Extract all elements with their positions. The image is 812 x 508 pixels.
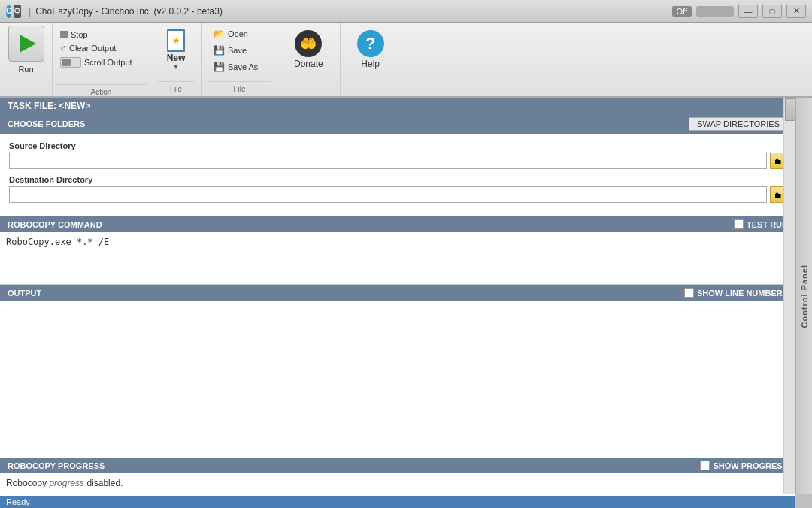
task-file-bar: TASK FILE: <NEW>: [0, 98, 795, 114]
open-button[interactable]: 📂 Open: [208, 26, 271, 42]
brightness-slider[interactable]: [696, 6, 734, 17]
output-section: OUTPUT SHOW LINE NUMBERS: [0, 285, 795, 458]
choose-folders-title: CHOOSE FOLDERS: [8, 119, 85, 129]
robocopy-progress-section: ROBOCOPY PROGRESS SHOW PROGRESS Robocopy…: [0, 458, 795, 496]
app-title: ChoEazyCopy - Cinchoo Inc. (v2.0.0.2 - b…: [35, 6, 671, 17]
save-floppy-icon: 💾: [213, 44, 225, 56]
scrollbar-thumb[interactable]: [785, 98, 795, 121]
app-icon-circle: C: [6, 5, 11, 18]
robocopy-progress-content: Robocopy progress disabled.: [0, 473, 795, 496]
dest-dir-row: 🖿: [9, 186, 786, 203]
ribbon-action-section: Stop ↺ Clear Output Scroll Output Action: [53, 23, 150, 96]
show-line-numbers-checkbox[interactable]: [684, 288, 694, 298]
scroll-output-button[interactable]: Scroll Output: [56, 56, 147, 69]
ribbon-file-section: 📂 Open 💾 Save 💾 Save As File: [202, 23, 277, 96]
control-panel-tab[interactable]: Control Panel: [795, 98, 812, 494]
source-dir-label: Source Directory: [9, 141, 786, 150]
donate-label: Donate: [294, 59, 323, 69]
save-as-floppy-icon: 💾: [213, 61, 225, 73]
ribbon-left: Run Stop ↺ Clear Output Scroll Output: [0, 23, 401, 96]
help-button[interactable]: ? Help: [350, 26, 392, 74]
new-dropdown-arrow: ▼: [173, 63, 180, 71]
open-folder-icon: 📂: [213, 28, 225, 40]
scroll-toggle[interactable]: [60, 57, 81, 68]
stop-icon: [60, 31, 68, 38]
window-controls: Off — □ ✕: [672, 5, 806, 18]
new-section-label: File: [158, 81, 194, 93]
source-browse-icon: 🖿: [774, 157, 782, 165]
ribbon: Run Stop ↺ Clear Output Scroll Output: [0, 23, 812, 98]
help-label: Help: [361, 59, 380, 69]
play-icon: [20, 35, 36, 53]
output-header: OUTPUT SHOW LINE NUMBERS: [0, 285, 795, 301]
choose-folders-content: Source Directory 🖿 Destination Directory…: [0, 134, 795, 216]
robocopy-command-section: ROBOCOPY COMMAND TEST RUN RoboCopy.exe *…: [0, 216, 795, 285]
off-badge: Off: [672, 6, 692, 17]
minimize-button[interactable]: —: [738, 5, 758, 18]
toggle-thumb: [62, 59, 71, 66]
action-section-label: Action: [56, 84, 147, 96]
title-bar: C ⚙ | ChoEazyCopy - Cinchoo Inc. (v2.0.0…: [0, 0, 812, 23]
swap-directories-button[interactable]: SWAP DIRECTORIES: [689, 117, 788, 131]
robocopy-progress-header: ROBOCOPY PROGRESS SHOW PROGRESS: [0, 458, 795, 473]
test-run-checkbox[interactable]: [734, 219, 744, 229]
ribbon-help-section: ? Help: [341, 23, 401, 96]
ribbon-donate-section: 🤲 Donate: [277, 23, 341, 96]
clear-output-button[interactable]: ↺ Clear Output: [56, 42, 147, 54]
help-icon: ?: [357, 30, 384, 57]
donate-button[interactable]: 🤲 Donate: [286, 26, 331, 74]
scrollbar[interactable]: [783, 98, 795, 494]
action-buttons: Stop ↺ Clear Output Scroll Output: [56, 26, 147, 72]
show-progress-row: SHOW PROGRESS: [700, 461, 788, 470]
run-button[interactable]: [8, 26, 44, 62]
show-progress-checkbox[interactable]: [700, 461, 710, 470]
save-button[interactable]: 💾 Save: [208, 42, 271, 59]
ribbon-run-section: Run: [0, 23, 53, 96]
robocopy-command-content: RoboCopy.exe *.* /E: [0, 232, 795, 285]
dest-browse-icon: 🖿: [774, 191, 782, 199]
robocopy-command-title: ROBOCOPY COMMAND: [8, 220, 102, 229]
control-panel-label: Control Panel: [800, 265, 809, 328]
test-run-label: TEST RUN: [747, 220, 788, 229]
choose-folders-header: CHOOSE FOLDERS SWAP DIRECTORIES: [0, 114, 795, 134]
output-title: OUTPUT: [8, 289, 41, 298]
robocopy-command-header: ROBOCOPY COMMAND TEST RUN: [0, 216, 795, 232]
app-icons: C ⚙: [6, 4, 21, 19]
new-doc-icon: [164, 29, 188, 53]
test-run-row: TEST RUN: [734, 219, 788, 229]
maximize-button[interactable]: □: [762, 5, 782, 18]
source-dir-input[interactable]: [9, 153, 767, 169]
file-section-label: File: [208, 81, 271, 93]
run-label: Run: [18, 65, 33, 74]
task-file-label: TASK FILE: <NEW>: [8, 101, 90, 111]
new-doc-shape: [167, 29, 185, 52]
new-label: New: [167, 53, 186, 63]
output-content: [0, 301, 795, 458]
show-progress-label: SHOW PROGRESS: [713, 461, 788, 470]
new-button[interactable]: New ▼: [158, 26, 194, 74]
progress-text: Robocopy progress disabled.: [6, 478, 123, 488]
main-content: TASK FILE: <NEW> CHOOSE FOLDERS SWAP DIR…: [0, 98, 795, 508]
dest-dir-label: Destination Directory: [9, 175, 786, 184]
robocopy-command-text: RoboCopy.exe *.* /E: [6, 237, 109, 247]
stop-button[interactable]: Stop: [56, 29, 147, 41]
show-line-numbers-row: SHOW LINE NUMBERS: [684, 288, 788, 298]
robocopy-progress-title: ROBOCOPY PROGRESS: [8, 461, 105, 470]
ribbon-new-section: New ▼ File: [150, 23, 202, 96]
save-as-button[interactable]: 💾 Save As: [208, 59, 271, 75]
show-line-numbers-label: SHOW LINE NUMBERS: [697, 289, 788, 298]
status-bar: Ready: [0, 496, 795, 508]
dest-dir-input[interactable]: [9, 186, 767, 203]
source-dir-row: 🖿: [9, 153, 786, 169]
close-button[interactable]: ✕: [786, 5, 806, 18]
status-text: Ready: [6, 497, 30, 506]
clear-icon: ↺: [60, 44, 66, 53]
donate-icon: 🤲: [295, 30, 322, 57]
app-icon-gear: ⚙: [14, 5, 21, 18]
